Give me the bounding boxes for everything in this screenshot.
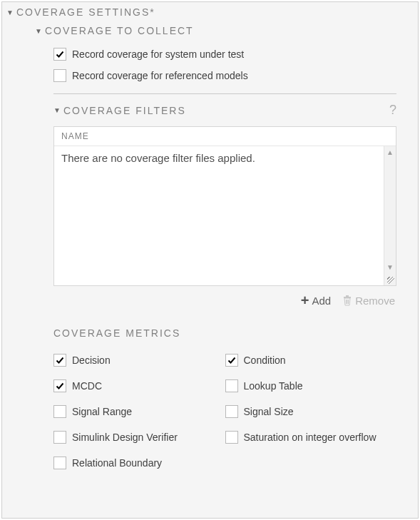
coverage-metrics-grid: Decision Condition MCDC Lookup Table Sig…: [53, 347, 396, 476]
scroll-up-icon[interactable]: ▲: [384, 146, 396, 158]
filters-column-header[interactable]: NAME: [54, 127, 396, 146]
metric-checkbox[interactable]: [225, 431, 238, 444]
coverage-settings-body: ▼ COVERAGE TO COLLECT Record coverage fo…: [2, 25, 418, 476]
metric-checkbox[interactable]: [53, 405, 66, 418]
caret-down-icon: ▼: [35, 27, 42, 35]
record-ref-row[interactable]: Record coverage for referenced models: [53, 65, 396, 86]
scrollbar[interactable]: ▲ ▼: [384, 146, 396, 285]
metric-checkbox[interactable]: [225, 379, 238, 392]
filters-table: NAME There are no coverage filter files …: [53, 126, 396, 286]
section-title: COVERAGE TO COLLECT: [45, 25, 194, 36]
metric-mcdc[interactable]: MCDC: [53, 373, 225, 399]
metric-label: Signal Range: [72, 406, 132, 417]
trash-icon: [342, 295, 352, 306]
metric-checkbox[interactable]: [53, 354, 66, 367]
record-ref-label: Record coverage for referenced models: [72, 70, 248, 81]
section-title: COVERAGE FILTERS: [63, 105, 186, 116]
record-sut-checkbox[interactable]: [53, 48, 66, 61]
metric-label: Decision: [72, 355, 111, 366]
caret-down-icon: ▼: [53, 106, 61, 114]
svg-rect-1: [346, 295, 349, 297]
coverage-settings-header[interactable]: ▼ COVERAGE SETTINGS*: [2, 2, 418, 25]
metric-checkbox[interactable]: [53, 379, 66, 392]
metric-saturation[interactable]: Saturation on integer overflow: [225, 424, 397, 450]
metric-relational-boundary[interactable]: Relational Boundary: [53, 450, 225, 476]
scroll-down-icon[interactable]: ▼: [384, 261, 396, 273]
coverage-to-collect-body: Record coverage for system under test Re…: [35, 44, 418, 476]
metric-label: Condition: [244, 355, 286, 366]
metric-label: Signal Size: [244, 406, 294, 417]
panel-title: COVERAGE SETTINGS*: [16, 6, 155, 18]
metric-sldv[interactable]: Simulink Design Verifier: [53, 424, 225, 450]
record-sut-label: Record coverage for system under test: [72, 49, 244, 60]
metric-label: Lookup Table: [244, 380, 303, 392]
metric-label: Relational Boundary: [72, 457, 162, 469]
add-button[interactable]: + Add: [301, 293, 331, 307]
metric-signal-range[interactable]: Signal Range: [53, 399, 225, 424]
metric-checkbox[interactable]: [225, 354, 238, 367]
metric-label: Simulink Design Verifier: [72, 432, 178, 443]
remove-button[interactable]: Remove: [342, 293, 395, 307]
coverage-settings-panel: ▼ COVERAGE SETTINGS* ▼ COVERAGE TO COLLE…: [1, 1, 419, 519]
metric-label: MCDC: [72, 380, 102, 392]
filters-body: There are no coverage filter files appli…: [54, 146, 396, 285]
remove-label: Remove: [355, 295, 395, 307]
resize-grip-icon[interactable]: [384, 273, 396, 285]
metric-decision[interactable]: Decision: [53, 347, 225, 373]
metric-checkbox[interactable]: [53, 457, 66, 469]
filters-empty-text: There are no coverage filter files appli…: [54, 146, 396, 170]
metric-checkbox[interactable]: [225, 405, 238, 418]
record-sut-row[interactable]: Record coverage for system under test: [53, 44, 396, 65]
add-label: Add: [312, 295, 331, 307]
help-icon[interactable]: ?: [389, 103, 396, 118]
caret-down-icon: ▼: [6, 9, 14, 16]
coverage-filters-header[interactable]: ▼ COVERAGE FILTERS: [53, 105, 186, 116]
record-ref-checkbox[interactable]: [53, 69, 66, 82]
coverage-filters-bar: ▼ COVERAGE FILTERS ?: [53, 103, 396, 118]
filters-actions: + Add Remove: [53, 286, 396, 307]
divider: [53, 93, 396, 94]
coverage-to-collect-header[interactable]: ▼ COVERAGE TO COLLECT: [35, 25, 418, 44]
coverage-metrics-title: COVERAGE METRICS: [53, 307, 396, 347]
plus-icon: +: [301, 293, 309, 307]
metric-label: Saturation on integer overflow: [244, 432, 377, 443]
metric-checkbox[interactable]: [53, 431, 66, 444]
metric-signal-size[interactable]: Signal Size: [225, 399, 397, 424]
metric-condition[interactable]: Condition: [225, 347, 397, 373]
metric-lookup-table[interactable]: Lookup Table: [225, 373, 397, 399]
